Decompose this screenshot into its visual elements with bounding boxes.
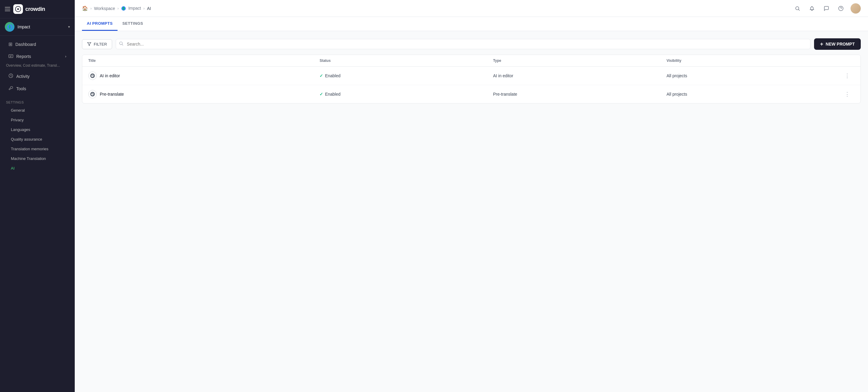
notifications-button[interactable] bbox=[807, 4, 817, 13]
table-header: Title Status Type Visibility bbox=[82, 55, 861, 67]
sidebar-item-dashboard[interactable]: ⊞ Dashboard bbox=[2, 38, 72, 50]
row2-actions-cell: ⋮ bbox=[840, 90, 855, 99]
plus-icon: + bbox=[820, 41, 824, 47]
home-icon[interactable]: 🏠 bbox=[82, 5, 88, 11]
chevron-down-icon: ▾ bbox=[68, 25, 70, 29]
prompts-table: Title Status Type Visibility bbox=[82, 55, 861, 104]
sidebar-item-reports[interactable]: Reports › bbox=[2, 50, 72, 62]
check-icon-row2: ✓ bbox=[319, 92, 323, 96]
workspace-avatar bbox=[5, 22, 14, 32]
settings-section: Settings General Privacy Languages Quali… bbox=[0, 97, 75, 176]
sidebar-item-quality-assurance[interactable]: Quality assurance bbox=[2, 135, 72, 144]
ai-icon-row2 bbox=[88, 90, 97, 99]
settings-section-label: Settings bbox=[0, 99, 75, 105]
row1-status-cell: ✓ Enabled bbox=[319, 73, 493, 78]
workspace-name: Impact bbox=[18, 24, 65, 29]
sidebar-item-machine-translation[interactable]: Machine Translation bbox=[2, 154, 72, 163]
check-icon-row1: ✓ bbox=[319, 73, 323, 78]
table-row[interactable]: AI in editor ✓ Enabled AI in editor All … bbox=[82, 67, 861, 85]
more-options-row1[interactable]: ⋮ bbox=[843, 72, 851, 80]
row1-type-cell: AI in editor bbox=[493, 73, 667, 78]
tab-ai-prompts[interactable]: AI PROMPTS bbox=[82, 17, 118, 31]
tools-label: Tools bbox=[16, 86, 26, 91]
prompts-toolbar: FILTER + NEW PROMPT bbox=[82, 38, 861, 50]
reports-icon bbox=[8, 53, 13, 59]
table-row[interactable]: Pre-translate ✓ Enabled Pre-translate Al… bbox=[82, 85, 861, 103]
logo: crowdin bbox=[13, 4, 45, 14]
main-content: 🏠 › Workspace › Impact › AI bbox=[75, 0, 868, 392]
logo-text: crowdin bbox=[25, 6, 45, 12]
search-input[interactable] bbox=[116, 39, 810, 49]
filter-icon bbox=[87, 42, 91, 46]
svg-marker-7 bbox=[87, 43, 91, 46]
reports-label: Reports bbox=[16, 54, 31, 59]
filter-button[interactable]: FILTER bbox=[82, 39, 112, 49]
messages-button[interactable] bbox=[822, 4, 831, 13]
row2-type-cell: Pre-translate bbox=[493, 92, 667, 96]
tabs-bar: AI PROMPTS SETTINGS bbox=[75, 17, 868, 31]
user-avatar[interactable] bbox=[850, 3, 861, 13]
row1-visibility-cell: All projects bbox=[666, 73, 840, 78]
breadcrumb-sep-1: › bbox=[90, 6, 92, 10]
breadcrumb-sep-3: › bbox=[144, 6, 145, 10]
breadcrumb-workspace[interactable]: Workspace bbox=[94, 6, 115, 11]
sidebar-item-tools[interactable]: Tools bbox=[2, 83, 72, 95]
sidebar-item-privacy[interactable]: Privacy bbox=[2, 115, 72, 124]
row1-actions-cell: ⋮ bbox=[840, 72, 855, 80]
search-wrap bbox=[116, 39, 810, 49]
breadcrumb-sep-2: › bbox=[118, 6, 119, 10]
sidebar-item-translation-memories[interactable]: Translation memories bbox=[2, 144, 72, 153]
nav-section: ⊞ Dashboard Reports › Overview, Cost est… bbox=[0, 36, 75, 97]
svg-rect-2 bbox=[9, 55, 13, 58]
prompts-container: FILTER + NEW PROMPT bbox=[75, 31, 868, 111]
breadcrumb-ai: AI bbox=[147, 6, 151, 11]
breadcrumb-project[interactable]: Impact bbox=[121, 6, 141, 11]
topbar: 🏠 › Workspace › Impact › AI bbox=[75, 0, 868, 17]
topbar-actions bbox=[793, 3, 861, 13]
workspace-selector[interactable]: Impact ▾ bbox=[0, 19, 75, 36]
breadcrumb: 🏠 › Workspace › Impact › AI bbox=[82, 5, 790, 11]
svg-point-5 bbox=[796, 7, 799, 10]
logo-icon bbox=[13, 4, 23, 14]
ai-icon-row1 bbox=[88, 72, 97, 80]
row2-status-cell: ✓ Enabled bbox=[319, 92, 493, 96]
sidebar-item-general[interactable]: General bbox=[2, 106, 72, 115]
svg-point-8 bbox=[119, 42, 122, 45]
content-area: FILTER + NEW PROMPT bbox=[75, 31, 868, 392]
activity-icon bbox=[8, 73, 13, 79]
dashboard-label: Dashboard bbox=[16, 42, 36, 47]
help-button[interactable] bbox=[836, 4, 846, 13]
sidebar-item-ai[interactable]: AI bbox=[2, 164, 72, 173]
activity-label: Activity bbox=[16, 74, 30, 79]
reports-sub-label: Overview, Cost estimate, Transl... bbox=[0, 63, 75, 70]
col-title: Title bbox=[88, 59, 319, 63]
dashboard-icon: ⊞ bbox=[8, 41, 12, 47]
more-options-row2[interactable]: ⋮ bbox=[843, 90, 851, 99]
sidebar: crowdin Impact ▾ ⊞ Dashboard Reports › bbox=[0, 0, 75, 392]
row2-title-cell: Pre-translate bbox=[88, 90, 319, 99]
row2-visibility-cell: All projects bbox=[666, 92, 840, 96]
sidebar-header: crowdin bbox=[0, 0, 75, 19]
hamburger-menu[interactable] bbox=[5, 7, 10, 11]
col-actions bbox=[840, 59, 855, 63]
col-status: Status bbox=[319, 59, 493, 63]
reports-arrow-icon: › bbox=[65, 54, 66, 59]
col-visibility: Visibility bbox=[666, 59, 840, 63]
tab-settings[interactable]: SETTINGS bbox=[118, 17, 148, 31]
sidebar-item-activity[interactable]: Activity bbox=[2, 70, 72, 82]
row1-title-cell: AI in editor bbox=[88, 72, 319, 80]
search-icon bbox=[119, 41, 124, 47]
col-type: Type bbox=[493, 59, 667, 63]
new-prompt-button[interactable]: + NEW PROMPT bbox=[814, 38, 861, 50]
search-button[interactable] bbox=[793, 4, 802, 13]
tools-icon bbox=[8, 86, 13, 92]
sidebar-item-languages[interactable]: Languages bbox=[2, 125, 72, 134]
